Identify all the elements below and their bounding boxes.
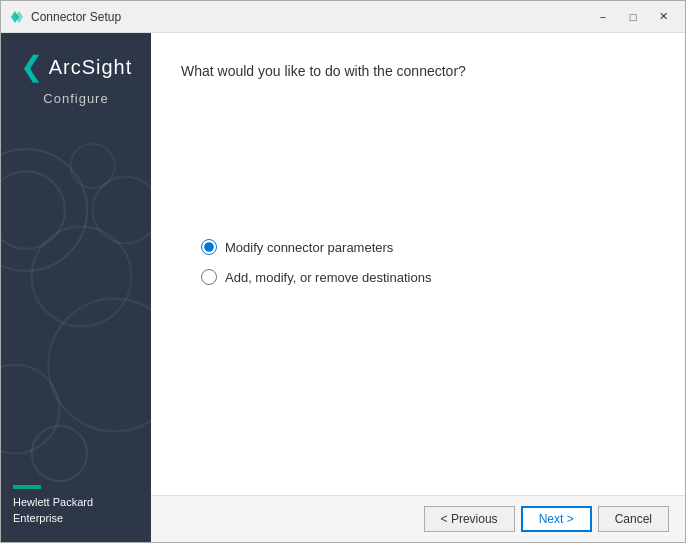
app-icon bbox=[9, 9, 25, 25]
hpe-text: Hewlett Packard Enterprise bbox=[13, 495, 139, 526]
svg-point-5 bbox=[48, 299, 151, 432]
app-window: Connector Setup − □ ✕ bbox=[0, 0, 686, 543]
window-controls: − □ ✕ bbox=[589, 7, 677, 27]
radio-option-1[interactable]: Modify connector parameters bbox=[201, 239, 655, 255]
svg-point-9 bbox=[70, 144, 114, 188]
svg-point-2 bbox=[1, 149, 87, 271]
next-button[interactable]: Next > bbox=[521, 506, 592, 532]
maximize-button[interactable]: □ bbox=[619, 7, 647, 27]
minimize-button[interactable]: − bbox=[589, 7, 617, 27]
window-title: Connector Setup bbox=[31, 10, 589, 24]
svg-marker-1 bbox=[15, 11, 23, 23]
title-bar: Connector Setup − □ ✕ bbox=[1, 1, 685, 33]
logo-text: ArcSight bbox=[49, 56, 133, 79]
radio-option-2[interactable]: Add, modify, or remove destinations bbox=[201, 269, 655, 285]
hpe-bar bbox=[13, 485, 41, 489]
content-area: What would you like to do with the conne… bbox=[151, 33, 685, 542]
radio-modify-destinations[interactable] bbox=[201, 269, 217, 285]
close-button[interactable]: ✕ bbox=[649, 7, 677, 27]
main-area: ❮ ArcSight Configure Hewlett Packard Ent… bbox=[1, 33, 685, 542]
logo-graphic: ❮ ArcSight bbox=[20, 53, 133, 81]
logo-chevron-icon: ❮ bbox=[20, 53, 43, 81]
question-text: What would you like to do with the conne… bbox=[181, 63, 655, 79]
radio-label-1: Modify connector parameters bbox=[225, 240, 393, 255]
footer-buttons: < Previous Next > Cancel bbox=[151, 495, 685, 542]
radio-group: Modify connector parameters Add, modify,… bbox=[181, 239, 655, 285]
radio-modify-params[interactable] bbox=[201, 239, 217, 255]
svg-point-7 bbox=[32, 426, 87, 481]
sidebar-bg bbox=[1, 33, 151, 542]
sidebar-logo: ❮ ArcSight Configure bbox=[20, 53, 133, 106]
sidebar-subtitle: Configure bbox=[43, 91, 108, 106]
content-body: What would you like to do with the conne… bbox=[151, 33, 685, 495]
svg-point-3 bbox=[1, 171, 65, 248]
radio-label-2: Add, modify, or remove destinations bbox=[225, 270, 431, 285]
hpe-footer: Hewlett Packard Enterprise bbox=[13, 485, 139, 526]
cancel-button[interactable]: Cancel bbox=[598, 506, 669, 532]
sidebar: ❮ ArcSight Configure Hewlett Packard Ent… bbox=[1, 33, 151, 542]
previous-button[interactable]: < Previous bbox=[424, 506, 515, 532]
